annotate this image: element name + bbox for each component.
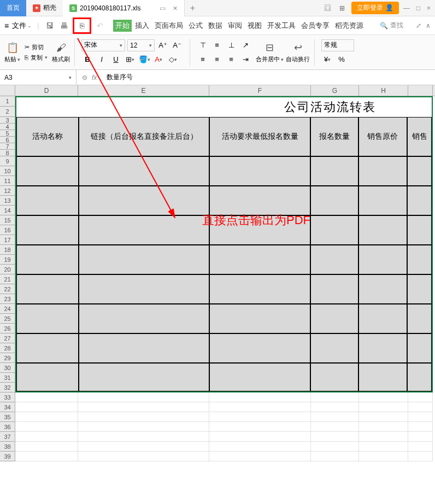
select-all-corner[interactable] [0,85,15,96]
row-header[interactable]: 29 [0,353,15,363]
row-header[interactable]: 25 [0,314,15,324]
row-header[interactable]: 18 [0,245,15,255]
table-cell[interactable] [310,274,358,304]
table-cell[interactable] [358,304,408,333]
table-cell[interactable] [358,215,408,245]
table-cell[interactable] [79,215,209,245]
decrease-font-icon[interactable]: A⁻ [171,39,183,51]
percent-icon[interactable]: % [336,54,348,66]
table-cell[interactable] [407,245,432,274]
table-cell[interactable] [16,274,79,304]
row-header[interactable]: 36 [0,422,15,432]
maximize-icon[interactable]: □ [416,4,420,12]
number-format-select[interactable]: 常规 [321,39,354,51]
table-cell[interactable] [209,245,310,274]
undo-icon[interactable]: ↶ [95,20,105,31]
align-center-icon[interactable]: ≡ [211,54,223,66]
row-header[interactable]: 27 [0,333,15,343]
cancel-formula-icon[interactable]: ⊖ [82,74,87,81]
column-header[interactable]: E [78,85,209,96]
table-cell[interactable] [209,156,310,186]
copy-button[interactable]: ⎘复制▾ [25,54,48,62]
table-cell[interactable] [407,156,432,186]
row-header[interactable]: 6 [0,137,15,143]
tab-home[interactable]: 首页 [0,0,26,16]
cut-button[interactable]: ✂剪切 [25,43,48,51]
plain-row[interactable] [15,392,433,402]
row-header[interactable]: 20 [0,265,15,274]
table-cell[interactable] [358,156,408,186]
fill-color-button[interactable]: 🪣▾ [138,54,150,66]
tab-menu-icon[interactable]: ▭ [160,4,166,12]
row-header[interactable]: 33 [0,392,15,402]
paste-button[interactable]: 📋 粘贴▾ [4,41,20,63]
ribbon-tab-page-layout[interactable]: 页面布局 [152,20,185,32]
table-cell[interactable] [358,245,408,274]
table-cell[interactable] [79,363,209,391]
row-header[interactable]: 14 [0,206,15,215]
ribbon-tab-start[interactable]: 开始 [113,20,132,32]
font-color-button[interactable]: A▾ [152,54,164,66]
row-header[interactable]: 21 [0,274,15,284]
cell-reference-box[interactable]: A3 ▾ [0,70,77,85]
table-cell[interactable] [16,363,79,391]
close-icon[interactable]: × [173,4,177,13]
tab-add-button[interactable]: + [185,3,201,13]
font-name-select[interactable]: 宋体▾ [81,39,125,51]
tab-file[interactable]: S 20190408180117.xls ▭ × [63,0,185,16]
table-cell[interactable] [358,274,408,304]
table-cell[interactable] [209,333,310,363]
table-cell[interactable] [310,363,358,391]
table-cell[interactable] [209,363,310,391]
row-header[interactable]: 10 [0,166,15,176]
search-box[interactable]: 🔍 查找 [376,19,407,32]
row-header[interactable]: 16 [0,225,15,235]
tab-daoke[interactable]: ✦ 稻壳 [26,0,63,16]
row-header[interactable]: 32 [0,383,15,392]
orientation-icon[interactable]: ↗ [239,39,251,51]
close-window-icon[interactable]: × [427,4,431,12]
row-header[interactable]: 35 [0,412,15,422]
align-left-icon[interactable]: ≡ [197,54,209,66]
border-button[interactable]: ⊞▾ [124,54,136,66]
row-header[interactable]: 9 [0,156,15,166]
ribbon-tab-data[interactable]: 数据 [206,20,225,32]
table-cell[interactable] [16,245,79,274]
table-cell[interactable] [358,363,408,391]
row-header[interactable]: 37 [0,432,15,442]
minimize-icon[interactable]: — [403,4,410,12]
bold-button[interactable]: B [81,54,93,66]
collapse-icon-1[interactable]: ⤢ [416,22,421,30]
align-bottom-icon[interactable]: ⊥ [225,39,237,51]
fx-icon[interactable]: fx [92,74,97,81]
italic-button[interactable]: I [96,54,108,66]
plain-row[interactable] [15,432,433,442]
column-header[interactable]: F [209,85,311,96]
table-cell[interactable] [209,215,310,245]
row-header[interactable]: 2 [0,107,15,117]
auto-wrap-button[interactable]: ↩ 自动换行 [286,41,310,63]
row-header[interactable]: 22 [0,284,15,294]
row-header[interactable]: 8 [0,150,15,156]
table-cell[interactable] [407,363,432,391]
row-header[interactable]: 28 [0,343,15,353]
align-middle-icon[interactable]: ≡ [211,39,223,51]
row-header[interactable]: 39 [0,452,15,461]
table-cell[interactable] [310,215,358,245]
column-header[interactable]: D [15,85,78,96]
format-painter-button[interactable]: 🖌 格式刷 [52,41,70,63]
table-cell[interactable] [310,245,358,274]
table-cell[interactable] [79,274,209,304]
plain-row[interactable] [15,412,433,422]
collapse-icon-2[interactable]: ∧ [426,22,431,30]
ribbon-tab-insert[interactable]: 插入 [133,20,151,32]
table-cell[interactable] [407,186,432,215]
table-cell[interactable] [16,304,79,333]
clear-format-button[interactable]: ◇▾ [167,54,179,66]
row-header[interactable]: 38 [0,442,15,452]
layout-icon-1[interactable]: ⿴ [323,3,333,13]
ribbon-tab-dev[interactable]: 开发工具 [265,20,298,32]
table-cell[interactable] [79,245,209,274]
cells-area[interactable]: 公司活动流转表活动名称链接（后台报名直接备注后台）活动要求最低报名数量报名数量销… [15,96,435,461]
increase-font-icon[interactable]: A⁺ [157,39,169,51]
